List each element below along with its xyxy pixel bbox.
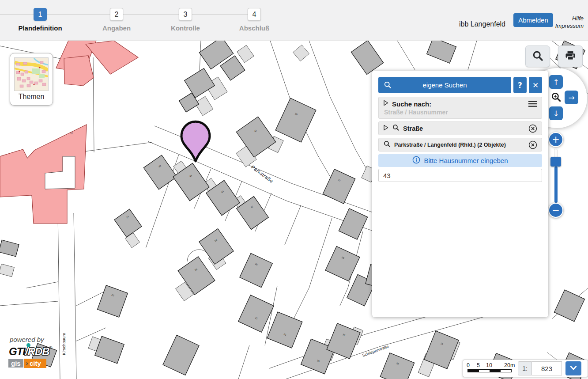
hint-text: Bitte Hausnummer eingeben [424,157,508,164]
powered-by-text: powered by [10,336,44,343]
magnifier-plus-icon [550,97,562,104]
scale-tick-label: 10 [486,362,492,368]
logo-dot [26,343,30,347]
step-number-badge[interactable]: 4 [248,8,261,21]
map-search-button[interactable] [525,45,550,67]
minus-icon: − [552,206,560,215]
own-searches-label: eigene Suchen [422,81,467,89]
plus-icon: + [552,135,560,144]
clear-row-icon[interactable] [528,140,537,149]
arrow-up-icon: ↑ [553,78,559,87]
step-label: Kontrolle [150,24,221,32]
search-category-row[interactable]: Suche nach: Straße / Hausnummer [378,97,542,119]
scale-value-input[interactable] [532,361,562,375]
menu-icon[interactable] [528,100,537,107]
street-result-label: Parkstraße / Langenfeld (Rhld.) (2 Objek… [394,142,506,148]
printer-icon [564,49,577,64]
info-icon [412,156,420,165]
step-label: Plandefinition [5,24,75,32]
zoom-slider-track[interactable] [554,167,558,203]
scale-ratio-prefix: 1: [518,361,532,375]
search-icon [531,49,544,64]
street-label-kirschbaum: Kirschbaum [61,333,66,355]
search-icon [392,124,400,133]
own-searches-button[interactable]: eigene Suchen [378,77,511,93]
scale-bar: 0 5 10 20m [467,362,514,375]
gis-city-logo: gis ›city [8,359,46,368]
arrow-down-icon: ↓ [553,109,559,118]
themes-panel-label: Themen [14,93,49,101]
step-number-badge[interactable]: 1 [34,8,47,21]
account-name: ibb Langenfeld [459,20,505,28]
scale-tick-label: 0 [467,362,470,368]
gti-rdb-logo: GTI/RDB® [9,345,52,358]
scale-tick-label: 20m [504,362,515,368]
street-row-label: Straße [403,125,423,132]
zoom-out-button[interactable]: − [548,203,563,218]
location-marker-pin[interactable] [181,121,210,161]
zoom-in-button[interactable]: + [548,132,563,147]
search-category-value: Straße / Hausnummer [384,109,537,116]
scale-tick-label: 5 [477,362,480,368]
step-number-badge[interactable]: 2 [110,8,123,21]
house-number-hint: Bitte Hausnummer eingeben [378,154,542,167]
imprint-link[interactable]: Impressum [555,23,584,30]
step-label: Angaben [81,24,152,32]
zoom-rectangle-tool[interactable] [550,91,562,103]
pan-up-button[interactable]: ↑ [549,75,563,89]
step-number-badge[interactable]: 3 [179,8,192,21]
search-icon [383,140,391,149]
map-print-button[interactable] [558,45,583,67]
pan-down-button[interactable]: ↓ [549,106,563,120]
expand-triangle-icon[interactable] [383,100,388,108]
themes-map-thumbnail [14,57,49,91]
house-number-input[interactable] [378,169,542,182]
zoom-slider-handle[interactable] [550,157,561,167]
step-label: Abschluß [219,24,290,32]
expand-triangle-icon[interactable] [383,125,388,133]
zoom-slider-track-top[interactable] [554,149,558,158]
search-icon [383,80,392,91]
help-link[interactable]: Hilfe [555,15,584,23]
svg-text:52: 52 [70,132,73,135]
search-category-label: Suche nach: [392,100,525,108]
street-label-parkstrasse: Parkstraße [250,164,275,184]
wizard-header: 1 Plandefinition 2 Angaben 3 Kontrolle 4… [0,0,588,41]
themes-panel-button[interactable]: Themen [10,53,53,106]
chevron-down-icon [570,365,577,372]
close-icon: ✕ [532,81,539,90]
street-search-row[interactable]: Straße [378,121,542,135]
logo-arrow-icon: › [26,360,28,368]
street-label-schlieperstrasse: Schlieperstraße [362,344,389,358]
scale-widget: 0 5 10 20m 1: [463,360,588,377]
panel-help-button[interactable]: ? [513,77,527,93]
panel-close-button[interactable]: ✕ [529,77,542,93]
arrow-right-icon: → [568,93,574,102]
scale-dropdown-button[interactable] [565,361,581,375]
logout-button[interactable]: Abmelden [513,13,553,27]
street-result-row[interactable]: Parkstraße / Langenfeld (Rhld.) (2 Objek… [378,138,542,152]
clear-row-icon[interactable] [528,124,537,133]
search-panel: eigene Suchen ? ✕ Suche nach: Straße / [372,71,548,317]
pan-right-button[interactable]: → [565,91,578,104]
help-icon: ? [518,81,522,90]
